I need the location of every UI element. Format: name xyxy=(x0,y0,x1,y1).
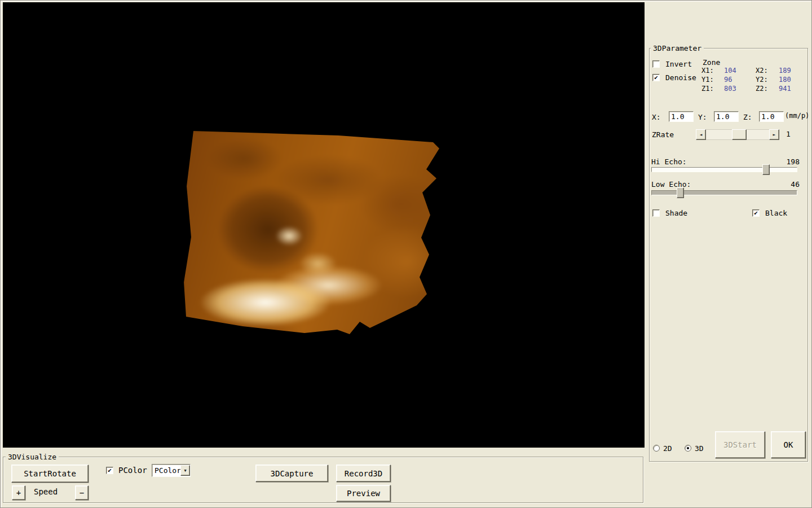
zone-z2-value: 941 xyxy=(779,85,791,93)
pcolor-combo-dropdown-button[interactable]: ▼ xyxy=(180,465,190,476)
scale-z-input[interactable] xyxy=(759,111,784,122)
hi-echo-value: 198 xyxy=(773,157,800,166)
check-icon: ✔ xyxy=(654,75,658,81)
hi-echo-slider-track[interactable] xyxy=(651,167,797,172)
zrate-scrollbar[interactable]: ◄ ► xyxy=(696,129,779,140)
scale-z-label: Z: xyxy=(743,113,752,121)
render-viewport[interactable] xyxy=(3,2,645,448)
start3d-button[interactable]: 3DStart xyxy=(715,431,765,458)
arrow-right-icon: ► xyxy=(773,132,776,137)
zrate-thumb[interactable] xyxy=(732,129,747,140)
shade-checkbox[interactable] xyxy=(652,209,660,217)
hi-echo-slider-thumb[interactable] xyxy=(762,164,770,175)
hi-echo-label: Hi Echo: xyxy=(651,157,687,166)
arrow-left-icon: ◄ xyxy=(700,132,703,137)
zrate-left-arrow-icon[interactable]: ◄ xyxy=(696,129,706,140)
visualize-group-title: 3DVisualize xyxy=(6,453,59,461)
zone-title: Zone xyxy=(703,58,720,67)
speed-minus-button[interactable]: − xyxy=(75,485,89,500)
invert-label: Invert xyxy=(665,60,692,68)
capture3d-button[interactable]: 3DCapture xyxy=(255,465,328,482)
preview-button[interactable]: Preview xyxy=(336,485,391,502)
low-echo-slider-track[interactable] xyxy=(651,190,797,195)
zone-y1-value: 96 xyxy=(724,76,732,84)
record3d-button[interactable]: Record3D xyxy=(336,465,391,482)
black-checkbox[interactable]: ✔ xyxy=(752,209,760,217)
denoise-checkbox[interactable]: ✔ xyxy=(652,74,660,81)
check-icon: ✔ xyxy=(754,210,758,216)
parameter-group-title: 3DParameter xyxy=(651,44,704,52)
zone-y2-value: 180 xyxy=(779,76,791,84)
zone-z2-label: Z2: xyxy=(756,85,768,93)
zone-y1-label: Y1: xyxy=(701,76,714,84)
pcolor-checkbox[interactable]: ✔ xyxy=(106,467,113,474)
scale-y-input[interactable] xyxy=(714,111,739,122)
app-window: 3DParameter Invert ✔ Denoise Zone X1: 10… xyxy=(0,0,812,508)
low-echo-slider-thumb[interactable] xyxy=(677,187,684,198)
zrate-value: 1 xyxy=(786,130,791,138)
low-echo-value: 46 xyxy=(773,180,800,189)
black-label: Black xyxy=(765,209,787,217)
ok-button[interactable]: OK xyxy=(771,431,806,458)
mode-3d-label: 3D xyxy=(695,444,704,453)
start-rotate-button[interactable]: StartRotate xyxy=(11,465,89,483)
invert-checkbox[interactable] xyxy=(652,60,660,68)
denoise-label: Denoise xyxy=(665,73,696,82)
pcolor-combo-value: PColor xyxy=(155,466,181,475)
low-echo-label: Low Echo: xyxy=(651,180,691,189)
zone-x1-value: 104 xyxy=(724,67,736,75)
zone-x1-label: X1: xyxy=(701,67,714,75)
speed-plus-button[interactable]: + xyxy=(12,485,25,500)
mode-3d-radio[interactable] xyxy=(685,445,691,452)
parameter-groupbox xyxy=(649,48,808,462)
zone-x2-label: X2: xyxy=(756,67,768,75)
zone-z1-value: 803 xyxy=(724,85,736,93)
zrate-right-arrow-icon[interactable]: ► xyxy=(769,129,779,140)
scale-y-label: Y: xyxy=(698,113,707,121)
chevron-down-icon: ▼ xyxy=(184,468,186,473)
shade-label: Shade xyxy=(665,209,687,217)
zone-x2-value: 189 xyxy=(779,67,791,75)
zone-z1-label: Z1: xyxy=(701,85,714,93)
speed-label: Speed xyxy=(34,488,58,496)
pcolor-label: PColor xyxy=(118,466,147,475)
mode-2d-radio[interactable] xyxy=(653,445,660,452)
mode-2d-label: 2D xyxy=(663,444,672,453)
zrate-label: ZRate xyxy=(652,130,674,139)
check-icon: ✔ xyxy=(108,467,112,474)
volume-render-3d[interactable] xyxy=(182,129,444,343)
scale-x-input[interactable] xyxy=(669,111,694,122)
scale-unit-label: (mm/p) xyxy=(785,112,809,120)
zone-y2-label: Y2: xyxy=(756,76,768,84)
scale-x-label: X: xyxy=(652,113,661,121)
